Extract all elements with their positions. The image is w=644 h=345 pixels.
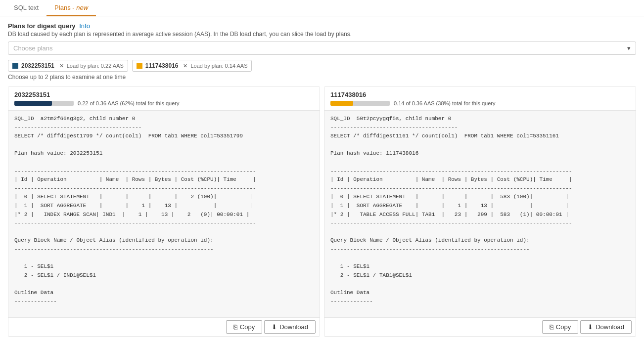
header-section: Plans for digest query Info DB load caus… (8, 22, 636, 86)
plan2-close-icon[interactable]: ✕ (183, 63, 187, 69)
main-content: Plans for digest query Info DB load caus… (0, 16, 644, 343)
plan1-body: SQL_ID a2tm2f66sg3g2, child number 0 ---… (8, 111, 320, 317)
plan1-download-button[interactable]: ⬇ Download (264, 320, 316, 334)
plan1-tag-label: 2032253151 (21, 62, 54, 69)
plan2-footer: ⎘ Copy ⬇ Download (324, 317, 636, 336)
download-icon-2: ⬇ (588, 323, 593, 331)
plan1-color-swatch (12, 63, 18, 69)
plan1-column: 2032253151 0.22 of 0.36 AAS (62%) total … (8, 86, 320, 337)
plan2-header: 1117438016 0.14 of 0.36 AAS (38%) total … (324, 87, 636, 111)
plan1-copy-button[interactable]: ⎘ Copy (226, 320, 262, 334)
plan2-bar-track (330, 101, 390, 106)
choose-plans-placeholder: Choose plans (13, 44, 53, 52)
plan2-id: 1117438016 (330, 91, 630, 98)
plan2-color-swatch (137, 63, 142, 69)
tab-sql-text[interactable]: SQL text (6, 0, 46, 16)
plan1-close-icon[interactable]: ✕ (59, 63, 64, 69)
choose-plans-dropdown[interactable]: Choose plans ▾ (8, 42, 636, 55)
plan1-id: 2032253151 (14, 91, 314, 98)
plan2-tag-load: Load by plan: 0.14 AAS (190, 63, 247, 69)
plan2-download-button[interactable]: ⬇ Download (580, 320, 632, 334)
chevron-down-icon: ▾ (627, 44, 631, 52)
plan1-bar-fill (14, 101, 52, 106)
plans-comparison: 2032253151 0.22 of 0.36 AAS (62%) total … (8, 86, 636, 337)
plan1-tag-load: Load by plan: 0.22 AAS (67, 63, 124, 69)
plan1-footer: ⎘ Copy ⬇ Download (8, 317, 320, 336)
plan-tag-1: 2032253151 ✕ Load by plan: 0.22 AAS (8, 60, 128, 72)
plan2-bar-fill (330, 101, 353, 106)
plan-tag-2: 1117438016 ✕ Load by plan: 0.14 AAS (132, 60, 252, 72)
plan2-column: 1117438016 0.14 of 0.36 AAS (38%) total … (324, 86, 636, 337)
tabs-bar: SQL text Plans - new (0, 0, 644, 16)
plan2-bar-text: 0.14 of 0.36 AAS (38%) total for this qu… (394, 100, 495, 106)
download-icon-1: ⬇ (272, 323, 277, 331)
plan-tags-row: 2032253151 ✕ Load by plan: 0.22 AAS 1117… (8, 60, 636, 72)
plan1-bar-track (14, 101, 74, 106)
copy-icon-1: ⎘ (233, 323, 237, 331)
tab-new-badge: new (76, 4, 88, 11)
plan2-copy-button[interactable]: ⎘ Copy (542, 320, 578, 334)
section-header-row: Plans for digest query Info (8, 22, 636, 30)
plan1-bar-row: 0.22 of 0.36 AAS (62%) total for this qu… (14, 100, 314, 106)
choose-up-to-label: Choose up to 2 plans to examine at one t… (8, 74, 636, 81)
plan1-header: 2032253151 0.22 of 0.36 AAS (62%) total … (8, 87, 320, 111)
section-description: DB load caused by each plan is represent… (8, 31, 636, 38)
copy-icon-2: ⎘ (550, 323, 553, 331)
plan2-body: SQL_ID 50t2pcyygqf5s, child number 0 ---… (324, 111, 636, 317)
plan2-tag-label: 1117438016 (145, 62, 179, 69)
tab-plans-new[interactable]: Plans - new (46, 0, 96, 16)
plan2-bar-row: 0.14 of 0.36 AAS (38%) total for this qu… (330, 100, 630, 106)
section-title: Plans for digest query (8, 22, 76, 30)
info-link[interactable]: Info (79, 22, 90, 30)
plan1-bar-text: 0.22 of 0.36 AAS (62%) total for this qu… (78, 100, 179, 106)
